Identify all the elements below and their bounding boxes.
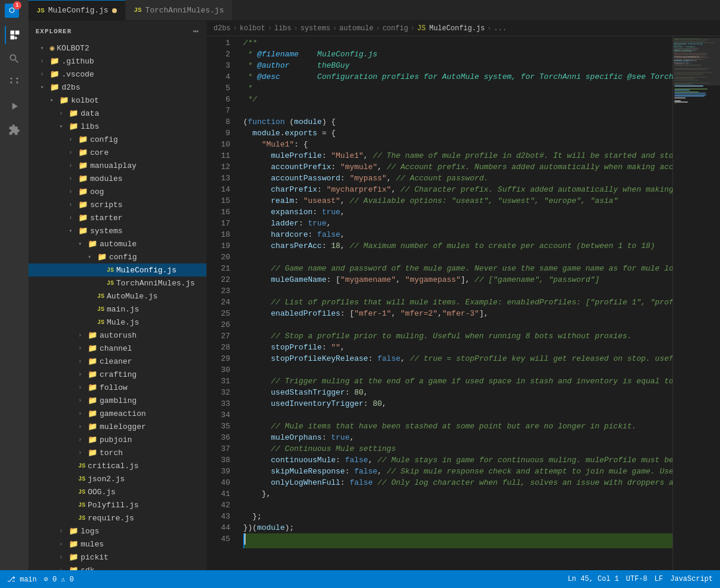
code-line: stopProfileKeyRelease: false, // true = …	[243, 353, 673, 364]
sidebar-item-gameaction[interactable]: › 📁 gameaction	[28, 407, 206, 420]
sidebar-item-autorush[interactable]: › 📁 autorush	[28, 329, 206, 342]
sidebar-item-github[interactable]: › 📁 .github	[28, 55, 206, 68]
code-line: };	[243, 511, 673, 522]
sidebar-item-oog[interactable]: › 📁 oog	[28, 185, 206, 198]
sidebar-item-muleconfig[interactable]: JS MuleConfig.js	[28, 263, 206, 276]
sidebar-item-gambling[interactable]: › 📁 gambling	[28, 394, 206, 407]
git-branch[interactable]: ⎇ main	[7, 575, 37, 584]
sidebar-item-criticaljs[interactable]: JS critical.js	[28, 459, 206, 472]
sidebar-item-kolbot[interactable]: ▾ 📁 kolbot	[28, 94, 206, 107]
activity-source-control[interactable]	[5, 73, 24, 92]
tab-muleconfig[interactable]: JS MuleConfig.js	[28, 0, 126, 20]
code-editor[interactable]: /** * @filename MuleConfig.js * @author …	[236, 36, 673, 570]
content-area: d2bs › kolbot › libs › systems › automul…	[206, 21, 720, 570]
notification-badge: 1	[13, 1, 21, 9]
code-line	[243, 105, 673, 116]
sidebar-item-config[interactable]: › 📁 config	[28, 133, 206, 146]
code-line: * @desc Configuration profiles for AutoM…	[243, 71, 673, 82]
code-line: */	[243, 94, 673, 105]
sidebar-item-torchannimules[interactable]: JS TorchAnniMules.js	[28, 276, 206, 290]
sidebar-item-mules[interactable]: › 📁 mules	[28, 538, 206, 551]
code-line: usedStashTrigger: 80,	[243, 387, 673, 398]
sidebar-item-kolbot2[interactable]: ▾ ◉ KOLBOT2	[28, 42, 206, 55]
sidebar-item-core[interactable]: › 📁 core	[28, 146, 206, 159]
sidebar-item-oogjs[interactable]: JS OOG.js	[28, 485, 206, 498]
sidebar-item-requirejs[interactable]: JS require.js	[28, 511, 206, 525]
sidebar-item-d2bs[interactable]: ▾ 📁 d2bs	[28, 81, 206, 94]
editor[interactable]: 12345 678910 1112131415 1617181920 21222…	[206, 36, 720, 570]
code-line: stopProfile: "",	[243, 342, 673, 353]
sidebar-tree: ▾ ◉ KOLBOT2 › 📁 .github › 📁 .vscode ▾ 📁	[28, 42, 206, 570]
sidebar-item-pubjoin[interactable]: › 📁 pubjoin	[28, 433, 206, 446]
sidebar-item-mulelogger[interactable]: › 📁 mulelogger	[28, 420, 206, 433]
code-line: // Continuous Mule settings	[243, 443, 673, 454]
sidebar-item-automulejs[interactable]: JS AutoMule.js	[28, 290, 206, 303]
sidebar-item-libs[interactable]: ▾ 📁 libs	[28, 120, 206, 133]
language[interactable]: JavaScript	[670, 575, 713, 583]
sidebar-item-follow[interactable]: › 📁 follow	[28, 381, 206, 394]
activity-search[interactable]	[5, 49, 24, 68]
activity-run[interactable]	[5, 97, 24, 116]
sidebar-item-modules[interactable]: › 📁 modules	[28, 172, 206, 185]
editor-scroll[interactable]: 12345 678910 1112131415 1617181920 21222…	[206, 36, 673, 570]
sidebar-item-automule[interactable]: ▾ 📁 automule	[28, 237, 206, 250]
code-line: // Game name and password of the mule ga…	[243, 263, 673, 274]
sidebar-item-logs[interactable]: › 📁 logs	[28, 525, 206, 538]
sidebar-item-vscode[interactable]: › 📁 .vscode	[28, 68, 206, 81]
code-line: (function (module) {	[243, 116, 673, 128]
breadcrumb: d2bs › kolbot › libs › systems › automul…	[206, 21, 720, 36]
code-line: * @author theBGuy	[243, 60, 673, 71]
tab-bar: ⬡ 1 JS MuleConfig.js JS TorchAnniMules.j…	[0, 0, 720, 21]
code-line: },	[243, 488, 673, 500]
code-line: enabledProfiles: ["mfer-1", "mfer=2","mf…	[243, 308, 673, 319]
sidebar-item-crafting[interactable]: › 📁 crafting	[28, 368, 206, 381]
sidebar-item-channel[interactable]: › 📁 channel	[28, 342, 206, 355]
sidebar-item-json2js[interactable]: JS json2.js	[28, 472, 206, 485]
code-line: muleOrphans: true,	[243, 432, 673, 443]
code-line: expansion: true,	[243, 206, 673, 218]
sidebar-item-cleaner[interactable]: › 📁 cleaner	[28, 355, 206, 368]
file-thumbnail: /** @filename MuleConfig @author theBGuy…	[673, 38, 720, 85]
sidebar-item-mainjs[interactable]: JS main.js	[28, 303, 206, 316]
app-icon: ⬡ 1	[5, 4, 19, 18]
encoding[interactable]: UTF-8	[626, 575, 648, 583]
line-col[interactable]: Ln 45, Col 1	[568, 575, 619, 583]
line-numbers: 12345 678910 1112131415 1617181920 21222…	[206, 36, 236, 570]
sidebar-item-sdk[interactable]: › 📁 sdk	[28, 564, 206, 570]
sidebar-item-manualplay[interactable]: › 📁 manualplay	[28, 159, 206, 172]
activity-bar	[0, 21, 28, 570]
activity-extensions[interactable]	[5, 120, 24, 139]
status-bar: ⎇ main ⊘ 0 ⚠ 0 Ln 45, Col 1 UTF-8 LF Jav…	[0, 570, 720, 588]
code-line: muleProfile: "Mule1", // The name of mul…	[243, 150, 673, 161]
new-file-icon[interactable]: ⋯	[193, 26, 199, 37]
code-line: skipMuleResponse: false, // Skip mule re…	[243, 466, 673, 477]
sidebar-item-mulejs[interactable]: JS Mule.js	[28, 316, 206, 329]
code-line: charPrefix: "mycharprefix", // Character…	[243, 184, 673, 195]
code-line: /**	[243, 37, 673, 49]
code-line: muleGameName: ["mygamename", "mygamepass…	[243, 274, 673, 285]
code-line: charsPerAcc: 18, // Maximum number of mu…	[243, 240, 673, 252]
code-line: hardcore: false,	[243, 229, 673, 240]
code-line	[243, 409, 673, 421]
code-line: realm: "useast", // Available options: "…	[243, 195, 673, 206]
sidebar-item-scripts[interactable]: › 📁 scripts	[28, 198, 206, 211]
sidebar-header: EXPLORER ⋯	[28, 21, 206, 42]
eol[interactable]: LF	[655, 575, 663, 583]
status-right: Ln 45, Col 1 UTF-8 LF JavaScript	[568, 575, 713, 583]
sidebar-item-torch[interactable]: › 📁 torch	[28, 446, 206, 459]
tab-torchanni[interactable]: JS TorchAnniMules.js	[126, 0, 233, 20]
sidebar: EXPLORER ⋯ ▾ ◉ KOLBOT2 › 📁 .github	[28, 21, 206, 570]
minimap: /** @filename MuleConfig @author theBGuy…	[673, 36, 720, 570]
sidebar-item-polyfilljs[interactable]: JS Polyfill.js	[28, 498, 206, 511]
sidebar-item-systems[interactable]: ▾ 📁 systems	[28, 224, 206, 237]
sidebar-title: EXPLORER	[36, 28, 72, 35]
sidebar-item-automule-config[interactable]: ▾ 📁 config	[28, 250, 206, 263]
sidebar-item-starter[interactable]: › 📁 starter	[28, 211, 206, 224]
sidebar-item-pickit[interactable]: › 📁 pickit	[28, 551, 206, 564]
code-line	[243, 500, 673, 511]
tab2-label: TorchAnniMules.js	[145, 6, 224, 15]
sidebar-item-data[interactable]: › 📁 data	[28, 107, 206, 120]
activity-explorer[interactable]	[5, 26, 24, 45]
code-line: module.exports = {	[243, 128, 673, 139]
error-count[interactable]: ⊘ 0 ⚠ 0	[44, 575, 74, 584]
